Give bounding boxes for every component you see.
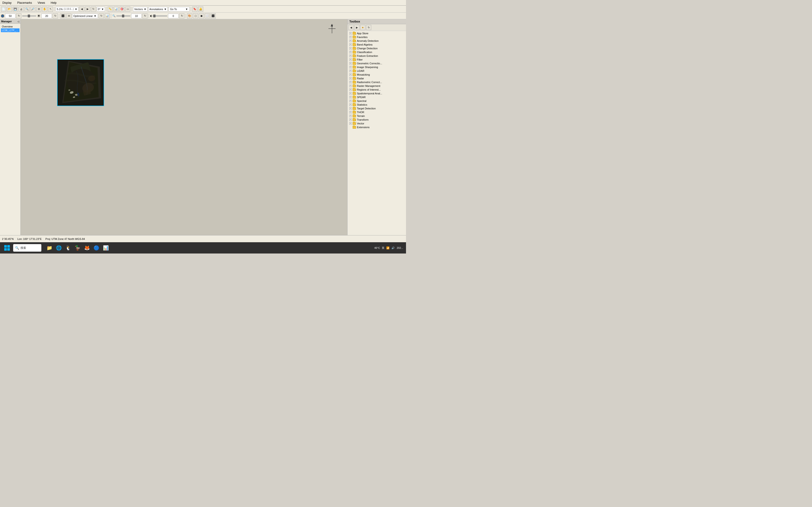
auto-stretch-button[interactable]: ⊕ (66, 13, 71, 18)
app2-btn[interactable]: 🦆 (73, 244, 82, 252)
menu-display[interactable]: Display (1, 1, 12, 5)
contrast-refresh[interactable]: ↻ (53, 13, 58, 18)
prev-view-button[interactable]: ◀ (79, 7, 84, 12)
toolbox-item[interactable]: +Band Algebra (348, 43, 406, 47)
expand-icon[interactable]: + (349, 44, 352, 46)
histogram-button[interactable]: 📊 (105, 13, 110, 18)
expand-icon[interactable]: + (349, 89, 352, 91)
rotation-dropdown[interactable]: 0° ▼ (97, 7, 105, 11)
expand-icon[interactable]: + (349, 119, 352, 121)
zoom-fit-button[interactable]: ⊞ (36, 7, 41, 12)
contrast-input[interactable] (41, 14, 52, 18)
app3-btn[interactable]: 🦊 (83, 244, 91, 252)
sharpen2-button[interactable]: ◼ (199, 13, 204, 18)
sharpen-slider[interactable] (116, 15, 131, 16)
sharpen-refresh[interactable]: ↻ (142, 13, 148, 18)
expand-icon[interactable]: + (349, 62, 352, 64)
zoom-dropdown[interactable]: 5.1% (1:19.6...) ▼ (56, 7, 79, 11)
expand-icon[interactable]: + (349, 36, 352, 38)
start-button[interactable] (3, 244, 11, 252)
sharpen-input[interactable] (131, 14, 142, 18)
toolbox-item[interactable]: +Vector (348, 122, 406, 125)
fit-button[interactable]: ⬛ (210, 13, 216, 18)
vectors-dropdown[interactable]: Vectors ▼ (133, 7, 148, 11)
toolbox-item[interactable]: Extensions (348, 125, 406, 129)
toolbox-item[interactable]: +Filter (348, 58, 406, 61)
toolbox-back-btn[interactable]: ◀ (348, 25, 354, 30)
app1-btn[interactable]: 🐧 (64, 244, 72, 252)
toolbox-refresh-btn[interactable]: ↻ (366, 25, 371, 30)
brightness-input[interactable] (5, 14, 15, 18)
toolbox-item[interactable]: +Anomaly Detection (348, 39, 406, 43)
expand-icon[interactable]: + (349, 66, 352, 68)
browser-btn[interactable]: 🌐 (54, 244, 63, 252)
expand-icon[interactable]: + (349, 92, 352, 95)
measure-button[interactable]: 📏 (108, 7, 113, 12)
next-view-button[interactable]: ▶ (85, 7, 90, 12)
zoom-out-button[interactable]: 🔎 (30, 7, 36, 12)
opacity-refresh[interactable]: ↻ (179, 13, 185, 18)
alert-button[interactable]: 🔔 (198, 7, 203, 12)
color-table-button[interactable]: 🎨 (187, 13, 192, 18)
roi-button[interactable]: ▭ (125, 7, 131, 12)
expand-icon[interactable]: + (349, 115, 352, 117)
app5-btn[interactable]: 📊 (101, 244, 110, 252)
rotate-button[interactable]: ↻ (91, 7, 96, 12)
expand-icon[interactable]: + (349, 70, 352, 72)
toolbox-item[interactable]: +Raster Management (348, 84, 406, 88)
toolbox-item[interactable]: +Terrain (348, 114, 406, 118)
open-button[interactable]: 📂 (7, 7, 12, 12)
toolbox-item[interactable]: +Radar (348, 76, 406, 80)
toolbox-item[interactable]: +Favorites (348, 35, 406, 39)
toolbox-home-btn[interactable]: ★ (360, 25, 365, 30)
panel-toggle[interactable]: ◁ (17, 20, 19, 23)
expand-icon[interactable]: + (349, 40, 352, 42)
expand-icon[interactable]: + (349, 96, 352, 98)
stretch-type-button[interactable]: ⬛ (60, 13, 65, 18)
expand-icon[interactable]: + (349, 32, 352, 35)
expand-icon[interactable]: + (349, 77, 352, 79)
bookmark-button[interactable]: 🔖 (192, 7, 197, 12)
opacity-slider[interactable] (153, 15, 167, 16)
stretch-dropdown[interactable]: Optimized Linear ▼ (72, 14, 98, 18)
toolbox-item[interactable]: +Radiometric Correct... (348, 80, 406, 84)
select-button[interactable]: ↖ (48, 7, 53, 12)
expand-icon[interactable]: + (349, 111, 352, 113)
toolbox-item[interactable]: +Geometric Correctio... (348, 61, 406, 65)
file-explorer-btn[interactable]: 📁 (45, 244, 54, 252)
save-button[interactable]: 💾 (13, 7, 18, 12)
menu-help[interactable]: Help (50, 1, 58, 5)
toolbox-forward-btn[interactable]: ▶ (354, 25, 359, 30)
toolbox-item[interactable]: +SPEAR (348, 95, 406, 99)
expand-icon[interactable]: + (349, 73, 352, 76)
toolbox-item[interactable]: +LiDAR (348, 69, 406, 73)
toolbox-item[interactable]: +THOR (348, 110, 406, 114)
toolbox-item[interactable]: +Statistics (348, 103, 406, 107)
toolbox-item[interactable]: +App Store (348, 32, 406, 35)
menu-views[interactable]: Views (37, 1, 46, 5)
zoom100-button[interactable]: ⬜ (205, 13, 210, 18)
toolbox-item[interactable]: +Target Detection (348, 107, 406, 110)
toolbox-item[interactable]: +Feature Extraction (348, 54, 406, 58)
toolbox-item[interactable]: +Change Detection (348, 47, 406, 50)
expand-icon[interactable]: + (349, 51, 352, 53)
cursor-value-button[interactable]: 🎯 (119, 7, 124, 12)
toolbox-item[interactable]: +Mosaicking (348, 73, 406, 76)
profile-button[interactable]: 📊 (113, 7, 119, 12)
expand-icon[interactable]: + (349, 107, 352, 110)
canvas-area[interactable]: N (21, 19, 347, 235)
pan-button[interactable]: ✋ (42, 7, 47, 12)
toolbox-item[interactable]: +Regions of Interest... (348, 88, 406, 92)
expand-icon[interactable]: + (349, 58, 352, 61)
radio-1[interactable] (1, 14, 4, 17)
expand-icon[interactable]: + (349, 47, 352, 50)
app4-btn[interactable]: 🔵 (92, 244, 101, 252)
toolbox-item[interactable]: +Image Sharpening (348, 65, 406, 69)
toolbox-item[interactable]: +Classification (348, 50, 406, 54)
toolbox-item[interactable]: +Spectral (348, 99, 406, 103)
expand-icon[interactable]: + (349, 100, 352, 102)
brightness-slider[interactable] (22, 15, 36, 16)
goto-dropdown[interactable]: Go To ▼ (168, 7, 190, 11)
expand-icon[interactable]: + (349, 55, 352, 57)
annotations-dropdown[interactable]: Annotations ▼ (148, 7, 168, 11)
